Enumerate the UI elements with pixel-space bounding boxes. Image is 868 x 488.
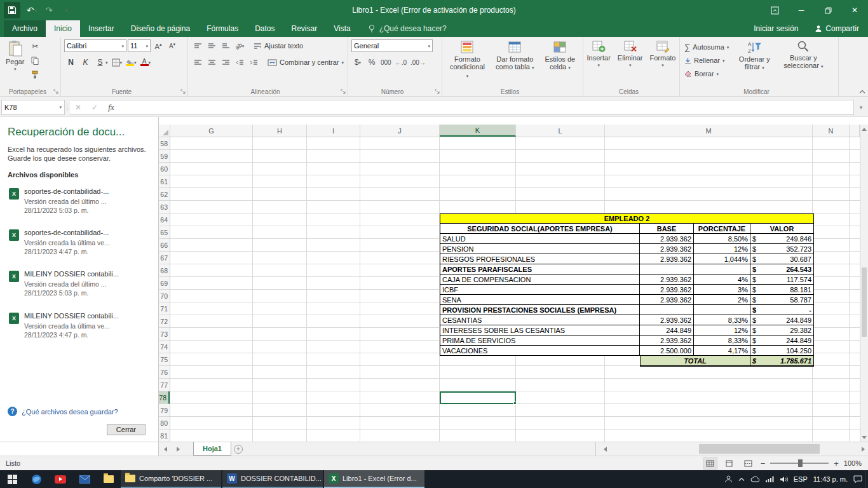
formula-input[interactable]	[119, 100, 854, 115]
close-button[interactable]: ✕	[841, 0, 868, 20]
scroll-right-arrow[interactable]	[858, 442, 868, 456]
select-all-corner[interactable]	[159, 125, 170, 137]
vertical-scrollbar[interactable]	[860, 125, 868, 442]
table-cell[interactable]: RIESGOS PROFESIONALES	[440, 254, 640, 264]
autosum-button[interactable]: ∑Autosuma▾	[683, 41, 730, 53]
language-indicator[interactable]: ESP	[794, 475, 808, 483]
align-middle-button[interactable]	[205, 39, 218, 52]
tab-scroll-splitter[interactable]	[595, 442, 600, 456]
sort-filter-button[interactable]: AZ Ordenar y filtrar ▾	[732, 39, 776, 86]
accounting-format-button[interactable]: $▾	[351, 56, 364, 69]
column-header-m[interactable]: M	[605, 125, 813, 137]
row-header-77[interactable]: 77	[159, 379, 170, 391]
table-cell[interactable]: 2%	[694, 295, 750, 305]
people-icon[interactable]	[724, 475, 733, 483]
table-cell[interactable]: $58.787	[750, 295, 814, 305]
percent-style-button[interactable]: %	[365, 56, 378, 69]
format-cells-button[interactable]: Formato ▾	[648, 39, 679, 86]
table-cell[interactable]: 2.500.000	[640, 346, 694, 356]
taskbar-app-word[interactable]: WDOSSIER CONTABILID...	[222, 470, 323, 488]
table-cell[interactable]	[640, 264, 694, 274]
find-select-button[interactable]: Buscar y seleccionar ▾	[778, 39, 828, 86]
save-button[interactable]	[4, 2, 20, 18]
row-header-64[interactable]: 64	[159, 214, 170, 226]
increase-decimal-button[interactable]: ←.0	[394, 56, 408, 69]
font-color-button[interactable]: A ▾	[139, 56, 153, 69]
column-header-l[interactable]: L	[516, 125, 605, 137]
table-cell[interactable]: ICBF	[440, 285, 640, 295]
table-cell[interactable]: SALUD	[440, 234, 640, 244]
tab-inicio[interactable]: Inicio	[46, 20, 80, 37]
undo-button[interactable]: ↶▾	[24, 2, 40, 18]
collapse-ribbon-button[interactable]	[859, 90, 865, 94]
table-cell[interactable]: 3%	[694, 285, 750, 295]
table-cell[interactable]: 2.939.362	[640, 295, 694, 305]
orientation-button[interactable]: ab▾	[233, 39, 246, 52]
sign-in-link[interactable]: Iniciar sesión	[746, 20, 806, 37]
conditional-formatting-button[interactable]: Formato condicional ▾	[445, 39, 489, 86]
dialog-launcher-icon[interactable]	[53, 88, 59, 95]
tab-formulas[interactable]: Fórmulas	[198, 20, 247, 37]
zoom-in-button[interactable]: +	[834, 459, 839, 468]
fill-handle[interactable]	[513, 402, 517, 405]
recovery-file-item[interactable]: Xsoportes-de-contabilidad-...Versión cre…	[8, 226, 151, 259]
cancel-button[interactable]: ✕	[70, 100, 86, 115]
number-format-select[interactable]: General▾	[351, 39, 433, 52]
table-cell[interactable]: $264.543	[750, 264, 814, 274]
row-header-63[interactable]: 63	[159, 201, 170, 214]
dialog-launcher-icon[interactable]	[340, 88, 346, 95]
insert-function-button[interactable]: fx	[103, 100, 119, 115]
row-header-59[interactable]: 59	[159, 150, 170, 163]
view-normal-button[interactable]	[703, 458, 717, 470]
table-cell[interactable]: $244.849	[750, 315, 814, 325]
close-panel-button[interactable]: Cerrar	[107, 424, 146, 435]
table-cell[interactable]: SENA	[440, 295, 640, 305]
row-header-76[interactable]: 76	[159, 366, 170, 379]
cell-grid[interactable]: EMPLEADO 2SEGURIDAD SOCIAL(APORTES EMPRE…	[170, 137, 860, 442]
increase-indent-button[interactable]	[247, 56, 260, 69]
table-cell[interactable]: $249.846	[750, 234, 814, 244]
file-explorer-icon[interactable]	[97, 470, 121, 488]
enter-button[interactable]: ✓	[86, 100, 103, 115]
row-header-68[interactable]: 68	[159, 264, 170, 277]
merge-center-button[interactable]: Combinar y centrar ▾	[266, 56, 345, 69]
row-header-79[interactable]: 79	[159, 404, 170, 417]
wrap-text-button[interactable]: Ajustar texto	[252, 39, 304, 52]
name-box-splitter[interactable]: ⋮	[65, 100, 70, 115]
tab-insertar[interactable]: Insertar	[80, 20, 123, 37]
row-header-70[interactable]: 70	[159, 290, 170, 302]
table-cell[interactable]: 2.939.362	[640, 336, 694, 346]
sheet-tab-hoja1[interactable]: Hoja1	[193, 442, 231, 456]
table-cell[interactable]: CESANTIAS	[440, 315, 640, 325]
which-files-link[interactable]: ? ¿Qué archivos desea guardar?	[8, 404, 151, 419]
row-header-62[interactable]: 62	[159, 188, 170, 201]
grow-font-button[interactable]: A▴	[152, 39, 165, 52]
table-cell[interactable]: $88.181	[750, 285, 814, 295]
align-center-button[interactable]	[205, 56, 218, 69]
sheet-nav-next-button[interactable]	[172, 442, 184, 456]
table-cell[interactable]: 8,33%	[694, 315, 750, 325]
table-cell[interactable]: VACACIONES	[440, 346, 640, 356]
table-cell[interactable]: 4%	[694, 274, 750, 285]
share-button[interactable]: Compartir	[806, 20, 868, 37]
table-cell[interactable]	[640, 305, 694, 315]
table-cell[interactable]: $29.382	[750, 325, 814, 336]
clear-button[interactable]: Borrar▾	[683, 67, 730, 80]
sheet-nav-prev-button[interactable]	[159, 442, 172, 456]
scroll-up-arrow[interactable]	[860, 125, 868, 133]
row-header-67[interactable]: 67	[159, 252, 170, 264]
table-cell[interactable]: $1.785.671	[750, 356, 814, 367]
borders-button[interactable]: ▾	[111, 56, 124, 69]
horizontal-scrollbar[interactable]	[610, 442, 858, 456]
table-cell[interactable]: PRIMA DE SERVICIOS	[440, 336, 640, 346]
table-cell[interactable]: 8,50%	[694, 234, 750, 244]
format-painter-button[interactable]	[29, 68, 41, 81]
table-cell[interactable]: $352.723	[750, 244, 814, 254]
table-cell[interactable]: $30.687	[750, 254, 814, 264]
insert-cells-button[interactable]: Insertar ▾	[585, 39, 613, 86]
table-cell[interactable]: CAJA DE COMPENSACION	[440, 274, 640, 285]
view-page-break-button[interactable]	[742, 458, 756, 470]
youtube-icon[interactable]	[48, 470, 72, 488]
table-cell[interactable]: 244.849	[640, 325, 694, 336]
underline-button[interactable]: S▾	[93, 56, 109, 69]
